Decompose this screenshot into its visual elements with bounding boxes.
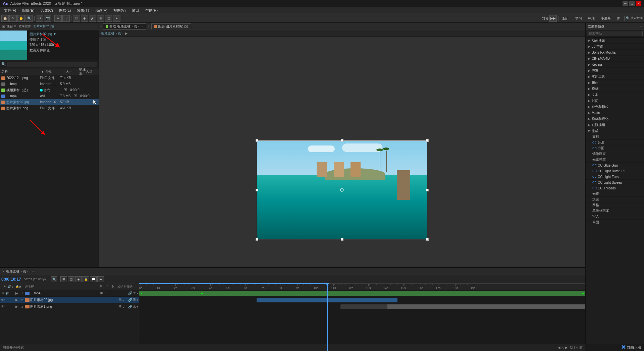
effect-cat-keying[interactable]: ▶ Keying: [586, 62, 644, 68]
effect-cat-text[interactable]: ▶ 文本: [586, 92, 644, 98]
breadcrumb-link[interactable]: 视频素材（总）: [101, 31, 124, 36]
shape-tool[interactable]: □: [73, 15, 80, 22]
effect-item-beam[interactable]: 光束: [586, 191, 644, 197]
effect-cat-blur[interactable]: ▶ 模糊: [586, 86, 644, 92]
effect-cat-boris[interactable]: ▶ Boris FX Mocha: [586, 50, 644, 56]
handle-bl[interactable]: [256, 238, 258, 241]
clone-tool[interactable]: ⊕: [97, 15, 104, 22]
close-button[interactable]: ✕: [636, 1, 641, 6]
menu-file[interactable]: 文件(F): [1, 7, 19, 14]
audio-icon-1[interactable]: 🔊: [5, 292, 9, 295]
fill-tool[interactable]: ◈: [81, 15, 88, 22]
eye-icon-3[interactable]: 👁: [1, 305, 5, 308]
menu-help[interactable]: 帮助(H): [143, 7, 160, 14]
parent-dropdown-1[interactable]: ▾: [137, 292, 138, 295]
file-row[interactable]: 2022-12....png PNG 文件 714 KB: [0, 75, 99, 81]
effect-item-lightears[interactable]: CC CC Light Ears: [586, 174, 644, 180]
workspace-calc[interactable]: 點计: [560, 15, 572, 21]
brush-tool[interactable]: 🖌: [89, 15, 96, 22]
file-row[interactable]: ....mp4 AVI 7.3 MB 25 0:00:0: [0, 93, 99, 99]
effect-cat-c4d[interactable]: ▶ CINEMA 4D: [586, 56, 644, 62]
expand-2[interactable]: ▶: [15, 298, 19, 302]
effect-item-sidemask[interactable]: 四面: [586, 220, 644, 225]
layer-row-1[interactable]: 👁 🔊 ▶ 1 ....mp4 单 / 🔗 无: [0, 290, 139, 297]
effect-item-ccthreads[interactable]: CC CC Threads: [586, 185, 644, 191]
menu-effects[interactable]: 效果(T): [74, 7, 92, 14]
handle-ml[interactable]: [256, 189, 258, 191]
effect-item-mirror[interactable]: 镜像浮束: [586, 151, 644, 157]
effect-cat-3d[interactable]: ▶ 3d 声道: [586, 44, 644, 50]
handle-tr[interactable]: [426, 139, 429, 142]
effect-cat-matte[interactable]: ▶ Matte: [586, 110, 644, 116]
effect-cat-channel[interactable]: ▶ 声道: [586, 68, 644, 74]
file-row[interactable]: 视频素材（总） 合成 25 0:00:0: [0, 87, 99, 93]
effect-cat-utility[interactable]: ▶ 实用工具: [586, 74, 644, 80]
create-comp-btn[interactable]: ⊞: [60, 276, 67, 282]
menu-comp[interactable]: 合成(C): [38, 7, 56, 14]
effect-item-fractal[interactable]: CC 分形: [586, 140, 644, 145]
handle-tl[interactable]: [256, 139, 258, 142]
project-search-input[interactable]: [7, 62, 97, 67]
effects-search-input[interactable]: [587, 31, 643, 36]
effect-item-gluegun[interactable]: CC CC Glue Gun: [586, 163, 644, 168]
maximize-button[interactable]: □: [629, 1, 635, 6]
workspace-lib[interactable]: 库: [614, 15, 623, 21]
file-row[interactable]: 图片素材02.jpg Importe...6 57 KB: [0, 99, 99, 105]
parent-dropdown-2[interactable]: ▾: [137, 298, 138, 302]
effect-cat-transition[interactable]: ▶ 过渡视频: [586, 122, 644, 128]
draft-btn[interactable]: ◫: [68, 276, 74, 282]
tab-layer-view[interactable]: 图层 图片素材02.jpg: [151, 23, 191, 30]
menu-layer[interactable]: 图层(L): [56, 7, 73, 14]
layer-row-2[interactable]: 👁 ▶ 2 图片素材02.jpg 单 / 🔗 无 ▾: [0, 297, 139, 303]
effect-cat-blursharp[interactable]: ▶ 模糊和锐化: [586, 116, 644, 122]
file-row[interactable]: ....bmp Importe...1 5.9 MB: [0, 81, 99, 87]
expand-btn[interactable]: ▶▶: [549, 15, 557, 22]
pen-tool[interactable]: ✏: [54, 15, 62, 22]
select-tool[interactable]: ↖: [9, 15, 17, 22]
effect-item-lightburst[interactable]: CC CC Light Burst 2.5: [586, 168, 644, 174]
zoom-tool[interactable]: 🔍: [25, 15, 33, 22]
file-tab-active[interactable]: 图片素材02.jpg: [34, 24, 54, 28]
handle-br[interactable]: [426, 238, 429, 241]
solo-btn[interactable]: ◈: [75, 276, 82, 282]
rotation-tool[interactable]: ↺: [36, 15, 43, 22]
tab-comp-main[interactable]: 合成 视频素材（总） ≡: [103, 23, 146, 30]
expand-3[interactable]: ▶: [15, 305, 19, 308]
eye-icon-1[interactable]: 👁: [1, 291, 5, 295]
expand-1[interactable]: ▶: [15, 291, 19, 295]
comp-options-icon[interactable]: ≡: [142, 25, 143, 28]
effect-item-lightbeam[interactable]: 光线光束: [586, 157, 644, 163]
puppet-tool[interactable]: ✦: [113, 15, 120, 22]
handle-mr[interactable]: [426, 189, 429, 191]
text-tool[interactable]: T: [62, 15, 70, 22]
effect-cat-generate[interactable]: ▶ 生成: [586, 128, 644, 134]
effects-tab[interactable]: 效果控件: [19, 24, 31, 28]
eye-icon-2[interactable]: 👁: [1, 298, 5, 302]
minimize-button[interactable]: ─: [623, 1, 628, 6]
effect-cat-noise[interactable]: ▶ 杂色和颗粒: [586, 104, 644, 110]
effect-item-fill[interactable]: 填充: [586, 197, 644, 202]
file-row[interactable]: 图片素材1.png PNG 文件 461 KB: [0, 105, 99, 111]
effect-cat-animation[interactable]: ▶ 动画预设: [586, 38, 644, 44]
workspace-standard[interactable]: 标准: [585, 15, 597, 21]
lock-btn[interactable]: 🔒: [83, 276, 89, 282]
effect-item-gaoxing[interactable]: 高形: [586, 134, 644, 140]
handle-tc[interactable]: [341, 139, 343, 142]
effect-item-grid[interactable]: 网格: [586, 202, 644, 208]
camera-tool[interactable]: 📷: [44, 15, 51, 22]
eraser-tool[interactable]: ◻: [105, 15, 112, 22]
menu-edit[interactable]: 编辑(E): [19, 7, 37, 14]
workspace-small[interactable]: 小屏幕: [598, 15, 613, 21]
layer-row-3[interactable]: 👁 ▶ 3 图片素材1.png 单 / 🔗 无 ▾: [0, 303, 139, 310]
effect-item-lightsweep[interactable]: CC CC Light Sweep: [586, 180, 644, 185]
tl-close-btn[interactable]: ✕: [2, 270, 5, 273]
effects-menu-icon[interactable]: ≡: [640, 25, 642, 28]
comment-btn[interactable]: 💬: [90, 276, 97, 282]
parent-dropdown-3[interactable]: ▾: [137, 305, 138, 308]
tl-menu-icon[interactable]: ≡: [32, 270, 34, 273]
effect-item-writeon[interactable]: 写入: [586, 214, 644, 220]
workspace-learn[interactable]: 学习: [573, 15, 585, 21]
menu-window[interactable]: 窗口: [129, 7, 142, 14]
expand-all-btn[interactable]: ▶: [97, 276, 104, 282]
effect-cat-distort[interactable]: ▶ 扭曲: [586, 80, 644, 86]
